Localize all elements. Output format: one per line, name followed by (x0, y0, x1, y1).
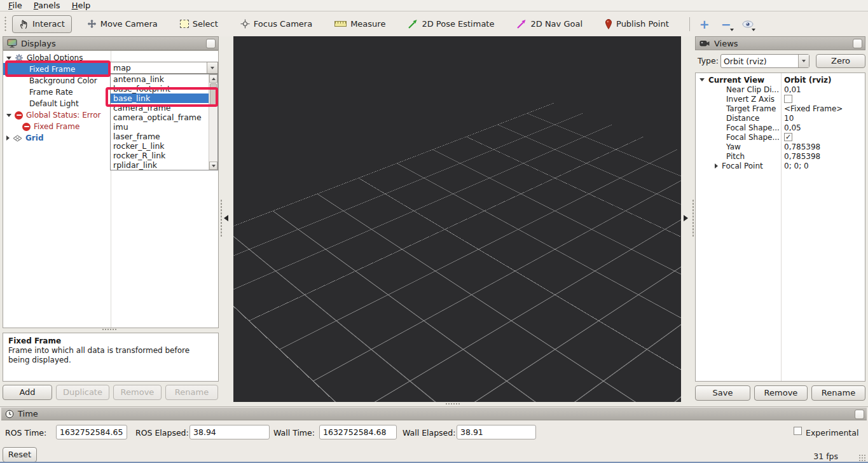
collapse-right-arrow[interactable] (684, 215, 688, 221)
prop-value-focal-point[interactable]: 0; 0; 0 (784, 161, 809, 170)
splitter-handle[interactable] (445, 403, 460, 405)
tree-row-focal-point[interactable]: Focal Point (715, 161, 763, 170)
ros-time-input[interactable] (56, 425, 127, 439)
tree-row-fixed-frame-error[interactable]: Fixed Frame (3, 121, 111, 132)
tree-row-frame-rate[interactable]: Frame Rate (3, 86, 111, 98)
select-tool-button[interactable]: Select (173, 15, 225, 33)
add-button[interactable]: Add (3, 385, 52, 400)
remove-tool-button[interactable]: − (718, 16, 734, 32)
prop-label-yaw[interactable]: Yaw (726, 142, 741, 151)
menu-panels[interactable]: Panels (28, 0, 66, 11)
wall-elapsed-input[interactable] (457, 425, 536, 439)
expander-closed-icon[interactable] (715, 163, 718, 169)
reset-button[interactable]: Reset (3, 447, 37, 462)
splitter-handle[interactable] (220, 199, 223, 237)
pose-estimate-tool-button[interactable]: 2D Pose Estimate (401, 15, 501, 33)
frame-option[interactable]: camera_optical_frame (111, 113, 210, 122)
prop-value-pitch[interactable]: 0,785398 (784, 151, 820, 161)
collapse-left-arrow[interactable] (224, 215, 228, 221)
frame-option[interactable]: base_footprint (111, 84, 210, 93)
tree-row-global-options[interactable]: Global Options (3, 52, 111, 64)
prop-value-distance[interactable]: 10 (784, 113, 794, 123)
prop-label-distance[interactable]: Distance (726, 113, 759, 123)
toolbar-drag-handle[interactable] (4, 16, 7, 32)
displays-float-button[interactable] (206, 39, 216, 48)
menu-file[interactable]: File (3, 0, 28, 11)
resize-grip[interactable] (858, 454, 867, 462)
time-float-button[interactable] (855, 410, 864, 419)
prop-value-yaw[interactable]: 0,785398 (784, 142, 820, 151)
prop-label-near-clip[interactable]: Near Clip Di... (726, 85, 779, 94)
remove-view-button[interactable]: Remove (754, 385, 808, 401)
tree-row-current-view[interactable]: Current View (699, 75, 764, 85)
combobox-dropdown-button[interactable] (207, 62, 217, 73)
menu-help[interactable]: Help (66, 0, 97, 11)
global-options-label: Global Options (27, 53, 83, 62)
frame-option[interactable]: rplidar_link (111, 160, 210, 170)
focus-camera-tool-button[interactable]: Focus Camera (233, 15, 319, 33)
prop-value-target-frame[interactable]: <Fixed Frame> (784, 104, 843, 113)
prop-label-focal-shape-fixed[interactable]: Focal Shape... (726, 132, 780, 142)
tree-row-background-color[interactable]: Background Color (3, 75, 111, 86)
prop-label-focal-shape-size[interactable]: Focal Shape... (726, 123, 780, 132)
prop-label-target-frame[interactable]: Target Frame (726, 104, 776, 113)
frame-option[interactable]: rocker_L_link (111, 141, 210, 151)
move-camera-tool-button[interactable]: Move Camera (80, 15, 165, 33)
prop-label-pitch[interactable]: Pitch (726, 151, 745, 161)
duplicate-button[interactable]: Duplicate (56, 385, 109, 400)
add-tool-button[interactable]: + (696, 16, 713, 32)
checkbox-checked[interactable]: ✓ (784, 133, 792, 141)
nav-goal-tool-button[interactable]: 2D Nav Goal (509, 15, 589, 33)
current-view-label: Current View (708, 76, 764, 85)
publish-point-tool-button[interactable]: Publish Point (598, 15, 676, 33)
fixed-frame-error-label: Fixed Frame (34, 122, 79, 131)
checkbox-unchecked[interactable] (784, 95, 792, 103)
ros-elapsed-input[interactable] (189, 425, 270, 439)
magenta-arrow-icon (516, 19, 527, 29)
views-type-row: Type: Orbit (rviz) Zero (695, 54, 865, 68)
tree-row-fixed-frame[interactable]: Fixed Frame (3, 64, 111, 75)
remove-button[interactable]: Remove (113, 385, 162, 400)
rename-view-button[interactable]: Rename (811, 385, 865, 401)
time-panel-titlebar[interactable]: Time (1, 408, 867, 420)
rename-button[interactable]: Rename (165, 385, 218, 400)
frame-option[interactable]: laser_frame (111, 132, 210, 141)
prop-label-invert-z[interactable]: Invert Z Axis (726, 94, 775, 104)
frame-option[interactable]: antenna_link (111, 74, 210, 84)
splitter-handle[interactable] (102, 328, 117, 331)
views-panel-titlebar[interactable]: Views (695, 36, 865, 50)
scrollbar-thumb[interactable] (210, 83, 217, 105)
frame-option[interactable]: imu (111, 122, 210, 132)
prop-value-near-clip[interactable]: 0,01 (784, 85, 801, 94)
scroll-down-button[interactable] (209, 162, 217, 170)
fixed-frame-label: Fixed Frame (29, 65, 75, 74)
expander-open-icon[interactable] (699, 78, 705, 81)
prop-value-focal-shape-size[interactable]: 0,05 (784, 123, 801, 132)
wall-time-input[interactable] (319, 425, 397, 439)
displays-panel-titlebar[interactable]: Displays (3, 36, 219, 50)
experimental-checkbox[interactable] (794, 427, 802, 435)
view-type-combobox[interactable]: Orbit (rviz) (720, 54, 809, 68)
fixed-frame-combobox[interactable]: map (110, 62, 218, 74)
frame-option[interactable]: camera_frame (111, 103, 210, 113)
interact-tool-button[interactable]: Interact (12, 15, 72, 33)
3d-viewport[interactable] (233, 36, 681, 402)
frame-option-selected[interactable]: base_link (111, 93, 210, 103)
expander-closed-icon[interactable] (6, 135, 10, 141)
views-float-button[interactable] (853, 39, 862, 48)
expander-open-icon[interactable] (6, 114, 11, 117)
frame-option[interactable]: rocker_R_link (111, 151, 210, 160)
save-button[interactable]: Save (695, 385, 750, 401)
splitter-handle[interactable] (692, 199, 694, 237)
tree-row-default-light[interactable]: Default Light (3, 98, 111, 109)
visibility-tool-button[interactable] (740, 16, 756, 32)
measure-tool-button[interactable]: Measure (327, 15, 392, 33)
scroll-up-button[interactable] (209, 74, 217, 83)
view-type-value: Orbit (rviz) (724, 55, 767, 67)
zero-button[interactable]: Zero (816, 54, 865, 68)
expander-open-icon[interactable] (6, 57, 11, 60)
dropdown-scrollbar[interactable] (209, 74, 217, 170)
tree-row-grid[interactable]: Grid (3, 132, 111, 144)
combobox-dropdown-button[interactable] (798, 55, 809, 67)
tree-row-global-status[interactable]: Global Status: Error (3, 109, 111, 121)
